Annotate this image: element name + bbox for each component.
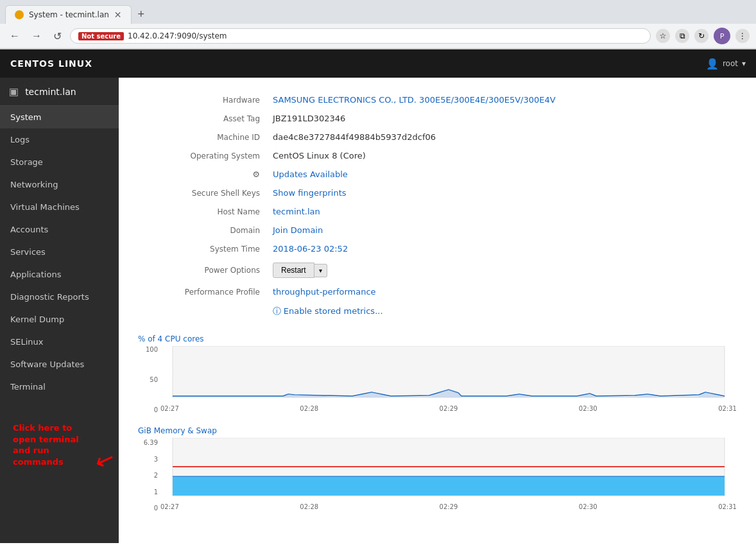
machine-id-row: Machine ID dae4c8e3727844f49884b5937d2dc… <box>138 128 737 146</box>
sidebar-item-software-updates[interactable]: Software Updates <box>0 353 119 376</box>
perf-row: Performance Profile throughput-performan… <box>138 282 737 301</box>
hardware-value[interactable]: SAMSUNG ELECTRONICS CO., LTD. 300E5E/300… <box>273 95 556 105</box>
tab-close-button[interactable]: ✕ <box>114 10 122 20</box>
power-row: Power Options Restart ▾ <box>138 258 737 282</box>
domain-row: Domain Join Domain <box>138 221 737 239</box>
cpu-chart-svg <box>160 346 737 404</box>
nav-icons: ☆ ⧉ ↻ P ⋮ <box>656 28 750 44</box>
hostname-value[interactable]: tecmint.lan <box>273 207 320 216</box>
sidebar-item-system[interactable]: System <box>0 106 119 128</box>
metrics-label: Enable stored metrics... <box>284 306 383 316</box>
asset-tag-row: Asset Tag JBZ191LD302346 <box>138 109 737 128</box>
browser-chrome: System - tecmint.lan ✕ + ← → ↺ Not secur… <box>0 0 756 49</box>
system-time-value[interactable]: 2018-06-23 02:52 <box>273 244 348 254</box>
sync-icon[interactable]: ↻ <box>694 29 709 43</box>
sidebar-item-virtual-machines[interactable]: Virtual Machines <box>0 196 119 218</box>
machine-id-label: Machine ID <box>138 128 266 146</box>
cpu-chart-area: 02:27 02:28 02:29 02:30 02:31 <box>160 346 737 413</box>
system-time-row: System Time 2018-06-23 02:52 <box>138 239 737 258</box>
tab-bar: System - tecmint.lan ✕ + <box>0 0 756 24</box>
power-btn-group: Restart ▾ <box>273 263 730 278</box>
hostname-label: Host Name <box>138 202 266 221</box>
os-label: Operating System <box>138 146 266 165</box>
ssh-fingerprints-link[interactable]: Show fingerprints <box>273 188 347 198</box>
user-icon: 👤 <box>706 58 719 70</box>
updates-row: ⚙ Updates Available <box>138 165 737 184</box>
memory-chart-header: GiB Memory & Swap <box>138 426 737 435</box>
url-text: 10.42.0.247:9090/system <box>128 31 227 40</box>
cpu-y-labels: 100 50 0 <box>138 346 160 413</box>
user-label: root <box>723 59 738 68</box>
cpu-chart-label[interactable]: of 4 CPU cores <box>148 334 203 343</box>
memory-chart-label[interactable]: Memory & Swap <box>154 426 217 435</box>
svg-rect-3 <box>173 476 725 496</box>
app: CENTOS LINUX 👤 root ▾ ▣ tecmint.lan Syst… <box>0 49 756 543</box>
menu-icon[interactable]: ⋮ <box>735 29 750 43</box>
machine-id-value: dae4c8e3727844f49884b5937d2dcf06 <box>266 128 737 146</box>
asset-tag-value: JBZ191LD302346 <box>266 109 737 128</box>
hardware-row: Hardware SAMSUNG ELECTRONICS CO., LTD. 3… <box>138 91 737 109</box>
memory-x-labels: 02:27 02:28 02:29 02:30 02:31 <box>160 502 737 512</box>
hostname-row: Host Name tecmint.lan <box>138 202 737 221</box>
perf-value[interactable]: throughput-performance <box>273 287 376 297</box>
sidebar-item-applications[interactable]: Applications <box>0 263 119 286</box>
memory-chart-unit: GiB <box>138 426 151 435</box>
nav-bar: ← → ↺ Not secure 10.42.0.247:9090/system… <box>0 24 756 49</box>
sidebar-item-logs[interactable]: Logs <box>0 128 119 151</box>
sidebar-host: ▣ tecmint.lan <box>0 78 119 106</box>
sidebar-nav: SystemLogsStorageNetworkingVirtual Machi… <box>0 106 119 543</box>
sidebar-item-selinux[interactable]: SELinux <box>0 331 119 353</box>
memory-y-labels: 6.39 3 2 1 0 <box>138 438 160 512</box>
forward-button[interactable]: → <box>28 29 45 43</box>
app-header: CENTOS LINUX 👤 root ▾ <box>0 49 756 78</box>
memory-chart-wrapper: 6.39 3 2 1 0 <box>138 438 737 512</box>
sidebar-item-services[interactable]: Services <box>0 241 119 263</box>
domain-label: Domain <box>138 221 266 239</box>
restart-button[interactable]: Restart <box>273 263 314 278</box>
ssh-label: Secure Shell Keys <box>138 184 266 202</box>
cpu-chart-section: % of 4 CPU cores 100 50 0 <box>138 334 737 413</box>
power-label: Power Options <box>138 258 266 282</box>
os-row: Operating System CentOS Linux 8 (Core) <box>138 146 737 165</box>
active-tab[interactable]: System - tecmint.lan ✕ <box>5 5 132 24</box>
cpu-chart-header: % of 4 CPU cores <box>138 334 737 343</box>
ssh-row: Secure Shell Keys Show fingerprints <box>138 184 737 202</box>
cpu-x-labels: 02:27 02:28 02:29 02:30 02:31 <box>160 404 737 413</box>
sidebar-item-terminal[interactable]: Terminal <box>0 376 119 398</box>
user-menu[interactable]: 👤 root ▾ <box>706 58 746 70</box>
system-info-table: Hardware SAMSUNG ELECTRONICS CO., LTD. 3… <box>138 91 737 322</box>
user-dropdown-icon: ▾ <box>742 59 746 68</box>
security-badge: Not secure <box>78 32 124 40</box>
updates-link[interactable]: Updates Available <box>273 169 348 179</box>
sidebar-item-kernel-dump[interactable]: Kernel Dump <box>0 308 119 331</box>
app-body: ▣ tecmint.lan SystemLogsStorageNetworkin… <box>0 78 756 543</box>
asset-tag-label: Asset Tag <box>138 109 266 128</box>
host-icon: ▣ <box>9 85 19 98</box>
power-dropdown-button[interactable]: ▾ <box>314 264 327 277</box>
refresh-button[interactable]: ↺ <box>50 29 65 44</box>
tab-title: System - tecmint.lan <box>29 10 109 19</box>
sidebar-item-accounts[interactable]: Accounts <box>0 218 119 241</box>
metrics-row: ⓘ Enable stored metrics... <box>138 301 737 322</box>
app-title: CENTOS LINUX <box>10 58 92 69</box>
url-bar[interactable]: Not secure 10.42.0.247:9090/system <box>70 28 651 44</box>
memory-chart-svg <box>160 438 737 502</box>
sidebar-item-storage[interactable]: Storage <box>0 151 119 173</box>
perf-label: Performance Profile <box>138 282 266 301</box>
domain-value[interactable]: Join Domain <box>273 225 323 235</box>
memory-chart-area: 02:27 02:28 02:29 02:30 02:31 <box>160 438 737 512</box>
extensions-icon[interactable]: ⧉ <box>675 29 689 43</box>
sidebar-item-networking[interactable]: Networking <box>0 173 119 196</box>
bookmark-icon[interactable]: ☆ <box>656 29 670 43</box>
cpu-chart-wrapper: 100 50 0 02:27 <box>138 346 737 413</box>
enable-metrics-link[interactable]: ⓘ Enable stored metrics... <box>273 307 383 316</box>
avatar[interactable]: P <box>714 28 730 44</box>
back-button[interactable]: ← <box>6 29 23 43</box>
settings-icon: ⚙ <box>252 169 260 179</box>
new-tab-button[interactable]: + <box>133 5 150 24</box>
host-name: tecmint.lan <box>25 87 76 97</box>
os-value: CentOS Linux 8 (Core) <box>266 146 737 165</box>
sidebar-item-diagnostic-reports[interactable]: Diagnostic Reports <box>0 286 119 308</box>
main-content: Hardware SAMSUNG ELECTRONICS CO., LTD. 3… <box>119 78 756 543</box>
metrics-icon: ⓘ <box>273 306 281 316</box>
